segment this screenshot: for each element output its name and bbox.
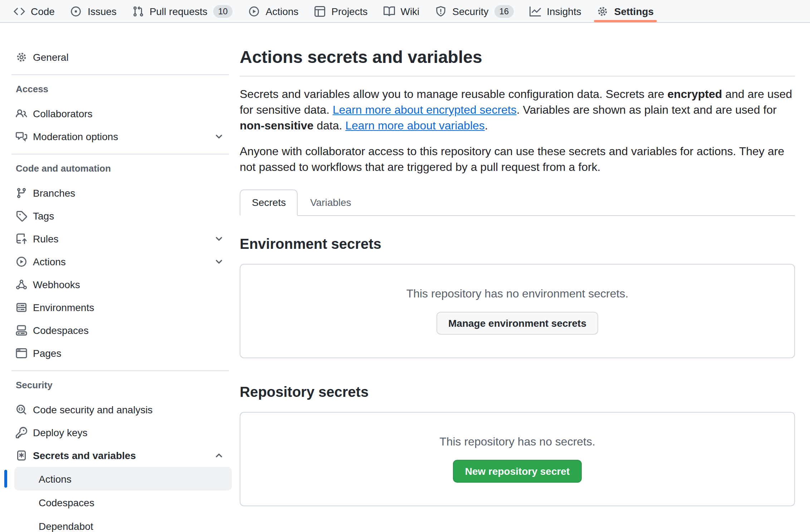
nav-tab-actions[interactable]: Actions [240, 0, 306, 22]
chevron-down-icon [213, 233, 225, 245]
new-repository-secret-button[interactable]: New repository secret [453, 460, 582, 483]
sidebar-subitem-label: Codespaces [39, 497, 94, 508]
sidebar-item-label: Pages [33, 348, 61, 359]
code-icon [14, 5, 25, 17]
intro-paragraph-1: Secrets and variables allow you to manag… [240, 87, 795, 134]
main-content: Actions secrets and variables Secrets an… [240, 23, 795, 506]
codespaces-icon [16, 325, 27, 336]
environment-secrets-empty-text: This repository has no environment secre… [406, 287, 629, 300]
codescan-icon [16, 404, 27, 415]
sidebar-item-label: Secrets and variables [33, 450, 136, 461]
tag-icon [16, 210, 27, 222]
environment-secrets-empty-box: This repository has no environment secre… [240, 264, 795, 358]
nav-tab-settings[interactable]: Settings [589, 0, 662, 22]
tab-variables[interactable]: Variables [298, 189, 363, 215]
sidebar-item-label: Webhooks [33, 279, 80, 290]
nav-tab-label: Projects [331, 5, 367, 17]
sidebar-subitem-label: Actions [39, 473, 72, 484]
server-icon [16, 302, 27, 313]
sidebar-section-security: Security [9, 377, 232, 394]
sidebar-item-branches[interactable]: Branches [9, 182, 232, 205]
sidebar-item-label: Collaborators [33, 108, 93, 119]
play-icon [16, 256, 27, 267]
intro-bold-non-sensitive: non-sensitive [240, 119, 313, 132]
sidebar-divider [11, 74, 229, 75]
nav-tab-wiki[interactable]: Wiki [375, 0, 427, 22]
learn-more-encrypted-secrets-link[interactable]: Learn more about encrypted secrets [333, 104, 517, 116]
git-pull-request-icon [132, 5, 144, 17]
sidebar-subitem-codespaces[interactable]: Codespaces [14, 491, 232, 514]
nav-tab-label: Code [31, 5, 55, 17]
settings-sidebar: General Access Collaborators Moderation … [0, 23, 240, 532]
sidebar-item-tags[interactable]: Tags [9, 205, 232, 227]
intro-text: data. [313, 119, 345, 132]
book-icon [383, 5, 395, 17]
nav-tab-security[interactable]: Security 16 [427, 0, 522, 22]
graph-icon [530, 5, 541, 17]
sidebar-item-label: Actions [33, 256, 66, 267]
nav-tab-label: Insights [547, 5, 581, 17]
sidebar-subitem-label: Dependabot [39, 520, 93, 532]
sidebar-item-label: Deploy keys [33, 427, 88, 438]
sidebar-item-general[interactable]: General [9, 46, 232, 69]
comment-discussion-icon [16, 131, 27, 142]
intro-text: . [485, 119, 488, 132]
browser-icon [16, 348, 27, 359]
sidebar-item-deploy-keys[interactable]: Deploy keys [9, 421, 232, 444]
sidebar-divider [11, 154, 229, 154]
sidebar-item-label: Codespaces [33, 325, 89, 336]
learn-more-variables-link[interactable]: Learn more about variables [345, 119, 485, 132]
intro-paragraph-2: Anyone with collaborator access to this … [240, 144, 795, 175]
gear-icon [597, 5, 609, 17]
repository-secrets-heading: Repository secrets [240, 384, 795, 400]
sidebar-item-collaborators[interactable]: Collaborators [9, 102, 232, 125]
sidebar-item-label: Branches [33, 187, 75, 199]
sidebar-item-label: Moderation options [33, 131, 118, 142]
nav-tab-label: Security [452, 5, 488, 17]
table-icon [314, 5, 326, 17]
repository-secrets-empty-text: This repository has no secrets. [439, 435, 595, 448]
tab-secrets[interactable]: Secrets [240, 189, 298, 216]
nav-tab-issues[interactable]: Issues [63, 0, 125, 22]
sidebar-item-label: General [33, 51, 69, 63]
security-count-badge: 16 [494, 5, 514, 18]
sidebar-item-label: Rules [33, 233, 59, 245]
sidebar-item-webhooks[interactable]: Webhooks [9, 273, 232, 296]
sidebar-item-actions[interactable]: Actions [9, 250, 232, 273]
page-title: Actions secrets and variables [240, 44, 795, 77]
sidebar-item-codespaces[interactable]: Codespaces [9, 319, 232, 342]
sidebar-section-access: Access [9, 81, 232, 98]
people-icon [16, 108, 27, 119]
environment-secrets-heading: Environment secrets [240, 236, 795, 252]
issue-opened-icon [70, 5, 82, 17]
sidebar-item-rules[interactable]: Rules [9, 227, 232, 250]
chevron-down-icon [213, 131, 225, 142]
nav-tab-label: Settings [614, 5, 654, 17]
chevron-down-icon [213, 256, 225, 267]
nav-tab-label: Issues [88, 5, 117, 17]
sidebar-item-code-security-and-analysis[interactable]: Code security and analysis [9, 398, 232, 421]
sidebar-divider [11, 370, 229, 371]
sidebar-subitem-actions[interactable]: Actions [14, 467, 232, 491]
sidebar-item-secrets-and-variables[interactable]: Secrets and variables [9, 444, 232, 467]
repo-tab-nav: Code Issues Pull requests 10 Actions Pro… [0, 0, 810, 23]
sidebar-item-label: Code security and analysis [33, 404, 153, 415]
key-asterisk-icon [16, 450, 27, 461]
key-icon [16, 427, 27, 438]
repository-secrets-empty-box: This repository has no secrets. New repo… [240, 412, 795, 506]
manage-environment-secrets-button[interactable]: Manage environment secrets [436, 312, 599, 335]
nav-tab-pull-requests[interactable]: Pull requests 10 [125, 0, 241, 22]
pull-requests-count-badge: 10 [213, 5, 233, 18]
sidebar-subitem-dependabot[interactable]: Dependabot [14, 514, 232, 532]
github-settings-page: Code Issues Pull requests 10 Actions Pro… [0, 0, 810, 532]
sidebar-section-code-and-automation: Code and automation [9, 160, 232, 177]
nav-tab-label: Wiki [400, 5, 419, 17]
nav-tab-code[interactable]: Code [6, 0, 63, 22]
nav-tab-projects[interactable]: Projects [306, 0, 375, 22]
sidebar-item-environments[interactable]: Environments [9, 296, 232, 319]
gear-icon [16, 51, 27, 63]
nav-tab-insights[interactable]: Insights [522, 0, 589, 22]
sidebar-item-pages[interactable]: Pages [9, 342, 232, 365]
sidebar-item-moderation-options[interactable]: Moderation options [9, 125, 232, 148]
shield-icon [435, 5, 447, 17]
